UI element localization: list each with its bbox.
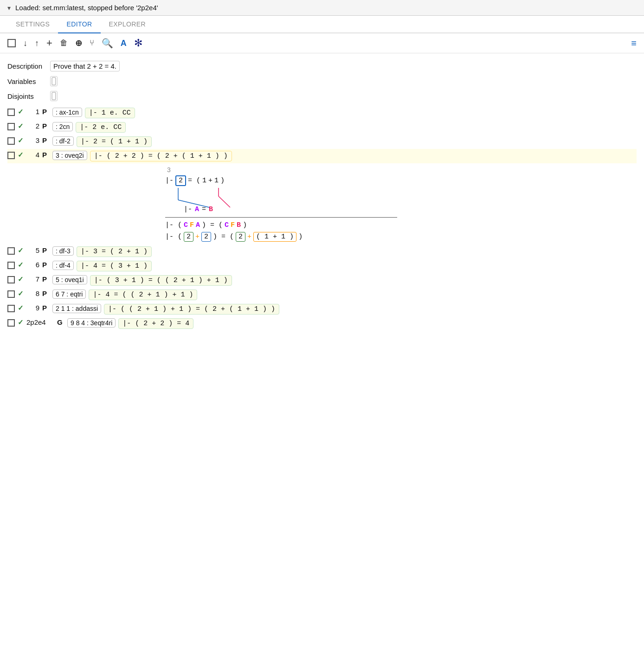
formula-turnstile-2: |-: [184, 206, 192, 213]
i-mid: ) = (: [213, 233, 234, 241]
table-row: ✓ 5 P : df-3 |- 3 = ( 2 + 1 ): [7, 244, 637, 259]
step-formula-8: |- 4 = ( ( 2 + 1 ) + 1 ): [89, 289, 197, 300]
step-type-1: P: [42, 108, 50, 116]
step-checkbox-1[interactable]: [7, 109, 15, 116]
divider-line: [165, 217, 397, 218]
arrow-up-icon[interactable]: ↑: [35, 39, 39, 48]
fork-icon[interactable]: ⑂: [90, 39, 94, 48]
svg-rect-1: [52, 92, 56, 100]
step-num-7: 7: [26, 275, 39, 283]
arrow-down-icon[interactable]: ↓: [23, 39, 27, 48]
step-formula-2: |- 2 e. CC: [76, 122, 126, 133]
step-label-5[interactable]: : df-3: [52, 246, 74, 256]
step-label-2[interactable]: : 2cn: [52, 122, 73, 131]
formula-turnstile-1: |-: [165, 177, 174, 185]
step-type-goal: G: [57, 318, 64, 326]
step-num-5: 5: [26, 246, 39, 254]
step-check-2: ✓: [18, 122, 24, 130]
i-end: ): [298, 233, 303, 241]
step-checkbox-4[interactable]: [7, 152, 15, 159]
table-row: ✓ 6 P : df-4 |- 4 = ( 3 + 1 ): [7, 259, 637, 273]
add-circle-icon[interactable]: ⊕: [75, 38, 82, 48]
toolbar: ↓ ↑ + 🗑 ⊕ ⑂ 🔍 A ✻ ≡: [0, 33, 644, 53]
step-checkbox-6[interactable]: [7, 262, 15, 269]
step-formula-9: |- ( ( 2 + 1 ) + 1 ) = ( 2 + ( 1 + 1 ) ): [104, 304, 279, 315]
step-checkbox-9[interactable]: [7, 305, 15, 312]
step-checkbox-7[interactable]: [7, 276, 15, 283]
step-num-3: 3: [26, 136, 39, 144]
tab-settings[interactable]: SETTINGS: [7, 16, 58, 33]
step-check-goal: ✓: [18, 318, 24, 327]
table-row: ✓ 4 P 3 : oveq2i |- ( 2 + 2 ) = ( 2 + ( …: [7, 149, 637, 163]
step-formula-6: |- 4 = ( 3 + 1 ): [77, 261, 152, 271]
eq-sign-2: =: [202, 206, 206, 213]
step-type-7: P: [42, 275, 50, 283]
description-label: Description: [7, 62, 45, 70]
network-icon[interactable]: ✻: [134, 37, 142, 49]
step-label-goal[interactable]: 9 8 4 : 3eqtr4ri: [67, 318, 116, 328]
search-icon[interactable]: 🔍: [102, 38, 113, 49]
tab-explorer[interactable]: EXPLORER: [101, 16, 155, 33]
i-C1-val: 2: [184, 232, 193, 242]
table-row: ✓ 2p2e4 G 9 8 4 : 3eqtr4ri |- ( 2 + 2 ) …: [7, 316, 637, 331]
step-type-6: P: [42, 261, 50, 269]
tab-editor[interactable]: EDITOR: [58, 16, 100, 33]
step-formula-1: |- 1 e. CC: [85, 108, 135, 118]
step-checkbox-2[interactable]: [7, 123, 15, 130]
step-label-3[interactable]: : df-2: [52, 136, 74, 146]
step-type-3: P: [42, 136, 50, 144]
substitution-diagram: 3 |- 2 = ( 1 + 1 ) |-: [165, 166, 637, 242]
step-label-6[interactable]: : df-4: [52, 261, 74, 270]
delete-icon[interactable]: 🗑: [60, 39, 68, 48]
step-checkbox-8[interactable]: [7, 290, 15, 298]
step-check-4: ✓: [18, 151, 24, 159]
step-checkbox-3[interactable]: [7, 137, 15, 145]
t-turnstile: |- (: [165, 221, 182, 229]
plus-1: +: [208, 177, 213, 185]
step-check-9: ✓: [18, 304, 24, 312]
step-formula-3: |- 2 = ( 1 + 1 ): [77, 136, 152, 147]
step-check-1: ✓: [18, 108, 24, 116]
diagram-row-1: |- 2 = ( 1 + 1 ): [165, 175, 637, 186]
t-C1: C: [184, 221, 188, 229]
menu-icon[interactable]: ≡: [631, 38, 637, 49]
t-F1: F: [190, 221, 194, 229]
diagram-row-2: |- A = B: [184, 206, 637, 213]
toolbar-checkbox[interactable]: [7, 39, 16, 47]
step-check-6: ✓: [18, 261, 24, 269]
step-checkbox-5[interactable]: [7, 247, 15, 255]
steps-area: ✓ 1 P : ax-1cn |- 1 e. CC ✓ 2 P : 2cn |-…: [7, 106, 637, 331]
step-num-8: 8: [26, 289, 39, 297]
step-formula-4: |- ( 2 + 2 ) = ( 2 + ( 1 + 1 ) ): [90, 151, 232, 161]
step-type-5: P: [42, 246, 50, 254]
table-row: ✓ 2 P : 2cn |- 2 e. CC: [7, 120, 637, 135]
diagram-template-row: |- ( C F A ) = ( C F B ): [165, 221, 637, 229]
variables-icon: [50, 76, 58, 86]
t-end: ): [243, 221, 247, 229]
add-icon[interactable]: +: [46, 37, 52, 49]
step-num-9: 9: [26, 304, 39, 312]
step-label-4[interactable]: 3 : oveq2i: [52, 151, 87, 160]
table-row: ✓ 9 P 2 1 1 : addassi |- ( ( 2 + 1 ) + 1…: [7, 302, 637, 316]
step-label-9[interactable]: 2 1 1 : addassi: [52, 304, 101, 313]
step-check-3: ✓: [18, 136, 24, 145]
t-B: B: [237, 221, 241, 229]
main-content: Description Prove that 2 + 2 = 4. Variab…: [0, 53, 644, 338]
step-label-1[interactable]: : ax-1cn: [52, 108, 82, 117]
variables-row: Variables: [7, 76, 637, 86]
one-1: 1: [202, 177, 206, 185]
step-label-7[interactable]: 5 : oveq1i: [52, 275, 87, 284]
step-check-5: ✓: [18, 246, 24, 255]
collapse-icon[interactable]: ▾: [7, 4, 11, 12]
description-value[interactable]: Prove that 2 + 2 = 4.: [50, 61, 120, 71]
step-checkbox-goal[interactable]: [7, 319, 15, 327]
table-row: ✓ 7 P 5 : oveq1i |- ( 3 + 1 ) = ( ( 2 + …: [7, 273, 637, 288]
font-icon[interactable]: A: [121, 39, 127, 48]
one-2: 1: [214, 177, 219, 185]
var-B: B: [209, 206, 213, 213]
step-label-8[interactable]: 6 7 : eqtri: [52, 289, 86, 299]
diagram-ref: 3: [167, 166, 637, 174]
step-type-4: P: [42, 151, 50, 159]
t-C2: C: [225, 221, 229, 229]
i-A-val: 2: [201, 232, 211, 242]
